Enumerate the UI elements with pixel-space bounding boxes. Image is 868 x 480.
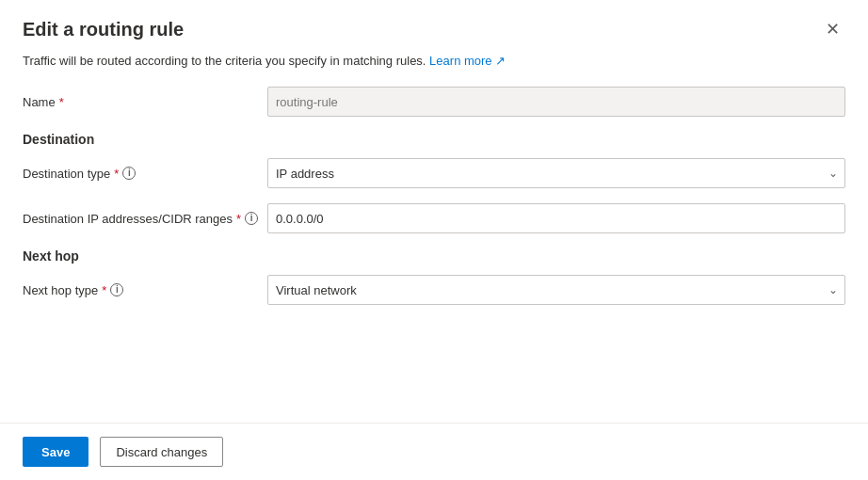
destination-type-info-icon[interactable]: i [122, 167, 136, 180]
destination-type-select-wrapper: IP address ⌄ [267, 158, 845, 188]
destination-type-label: Destination type * i [23, 167, 267, 181]
destination-type-select[interactable]: IP address [267, 158, 845, 188]
destination-ip-row: Destination IP addresses/CIDR ranges * i [23, 203, 845, 233]
next-hop-required-star: * [102, 283, 106, 297]
info-text: Traffic will be routed according to the … [23, 54, 845, 68]
next-hop-type-select[interactable]: Virtual network [267, 275, 845, 305]
next-hop-type-select-wrapper: Virtual network ⌄ [267, 275, 845, 305]
dialog-footer: Save Discard changes [0, 423, 868, 480]
next-hop-type-info-icon[interactable]: i [110, 283, 123, 296]
external-link-icon: ↗ [495, 54, 506, 68]
destination-heading: Destination [23, 132, 845, 147]
name-input[interactable] [267, 87, 845, 117]
destination-ip-info-icon[interactable]: i [245, 212, 258, 225]
next-hop-type-row: Next hop type * i Virtual network ⌄ [23, 275, 845, 305]
name-row: Name * [23, 87, 845, 117]
name-field [267, 87, 845, 117]
destination-type-field: IP address ⌄ [267, 158, 845, 188]
save-button[interactable]: Save [23, 437, 88, 467]
next-hop-type-field: Virtual network ⌄ [267, 275, 845, 305]
dialog-header: Edit a routing rule ✕ [0, 0, 868, 50]
dialog-title: Edit a routing rule [23, 19, 184, 40]
name-required-star: * [59, 95, 64, 109]
dest-ip-required-star: * [236, 212, 241, 226]
next-hop-heading: Next hop [23, 248, 845, 264]
destination-type-row: Destination type * i IP address ⌄ [23, 158, 845, 188]
next-hop-type-label: Next hop type * i [23, 283, 267, 297]
dest-type-required-star: * [114, 167, 119, 181]
discard-changes-button[interactable]: Discard changes [100, 437, 223, 467]
dialog-body: Traffic will be routed according to the … [0, 50, 868, 423]
destination-ip-input[interactable] [267, 203, 845, 233]
name-label: Name * [23, 95, 267, 109]
destination-ip-label: Destination IP addresses/CIDR ranges * i [23, 212, 267, 226]
destination-ip-field [267, 203, 845, 233]
learn-more-link[interactable]: Learn more ↗ [429, 54, 506, 68]
close-button[interactable]: ✕ [820, 19, 845, 40]
edit-routing-rule-dialog: Edit a routing rule ✕ Traffic will be ro… [0, 0, 868, 480]
